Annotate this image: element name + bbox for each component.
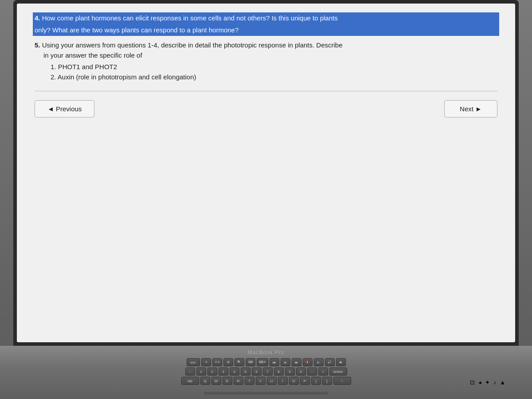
q5-text-intro: Using your answers from questions 1-4, d… bbox=[42, 41, 343, 49]
icon-battery[interactable]: ▲ bbox=[500, 379, 505, 386]
key-esc[interactable]: esc bbox=[187, 358, 200, 366]
next-button[interactable]: Next ► bbox=[444, 100, 497, 117]
key-f2[interactable]: ☀☀ bbox=[212, 358, 222, 366]
q5-number: 5. bbox=[35, 41, 40, 49]
key-delete[interactable]: delete bbox=[329, 368, 347, 376]
question-5-block: 5. Using your answers from questions 1-4… bbox=[35, 40, 497, 82]
key-f7[interactable]: ⏮ bbox=[270, 358, 279, 366]
key-f8[interactable]: ⏯ bbox=[281, 358, 290, 366]
key-f5[interactable]: ⌨ bbox=[246, 358, 255, 366]
key-power[interactable]: ⏏ bbox=[336, 358, 346, 366]
screen-bezel: 4. How come plant hormones can elicit re… bbox=[13, 0, 519, 346]
key-tab[interactable]: tab bbox=[181, 377, 199, 385]
keyboard-row-qwerty: tab Q W E R T Y U I O P [ ] \ bbox=[181, 377, 351, 385]
key-u[interactable]: U bbox=[267, 377, 277, 385]
key-4[interactable]: 4 bbox=[230, 368, 239, 376]
keyboard-row-numbers: ~ 1 2 3 4 5 6 7 8 9 0 - = delete bbox=[185, 368, 347, 376]
key-2[interactable]: 2 bbox=[207, 368, 217, 376]
key-y[interactable]: Y bbox=[256, 377, 266, 385]
key-f3[interactable]: ⊞ bbox=[223, 358, 233, 366]
key-equal[interactable]: = bbox=[318, 368, 328, 376]
key-f6[interactable]: ⌨☀ bbox=[257, 358, 268, 366]
key-t[interactable]: T bbox=[245, 377, 254, 385]
key-8[interactable]: 8 bbox=[274, 368, 284, 376]
question-5-intro-row: 5. Using your answers from questions 1-4… bbox=[35, 40, 497, 51]
key-o[interactable]: O bbox=[289, 377, 299, 385]
key-backslash[interactable]: \ bbox=[333, 377, 351, 385]
q5-subitem-2: 2. Auxin (role in phototropism and cell … bbox=[51, 72, 497, 82]
key-0[interactable]: 0 bbox=[296, 368, 306, 376]
key-r[interactable]: R bbox=[234, 377, 243, 385]
key-7[interactable]: 7 bbox=[263, 368, 273, 376]
macbook-pro-label: MacBook Pro bbox=[247, 349, 284, 356]
icon-settings[interactable]: ✦ bbox=[485, 379, 490, 386]
key-9[interactable]: 9 bbox=[285, 368, 295, 376]
keyboard-row-fn: esc ☀ ☀☀ ⊞ 🔍 ⌨ ⌨☀ ⏮ ⏯ ⏭ 🔇 🔉 🔊 ⏏ bbox=[187, 358, 346, 366]
key-f11[interactable]: 🔉 bbox=[314, 358, 324, 366]
key-tilde[interactable]: ~ bbox=[185, 368, 195, 376]
key-i[interactable]: I bbox=[278, 377, 288, 385]
key-f4[interactable]: 🔍 bbox=[235, 358, 244, 366]
key-minus[interactable]: - bbox=[307, 368, 317, 376]
key-1[interactable]: 1 bbox=[196, 368, 206, 376]
status-icons-bar: ⊡ ◂ ✦ ♪ ▲ bbox=[470, 379, 505, 386]
question-4-line1: 4. How come plant hormones can elicit re… bbox=[33, 12, 499, 24]
laptop-body: 4. How come plant hormones can elicit re… bbox=[0, 0, 532, 399]
icon-volume[interactable]: ♪ bbox=[493, 379, 497, 386]
screen-content: 4. How come plant hormones can elicit re… bbox=[17, 4, 515, 342]
key-6[interactable]: 6 bbox=[252, 368, 262, 376]
question-4-block: 4. How come plant hormones can elicit re… bbox=[35, 12, 497, 36]
previous-button[interactable]: ◄ Previous bbox=[35, 100, 94, 117]
key-f10[interactable]: 🔇 bbox=[303, 358, 313, 366]
key-5[interactable]: 5 bbox=[241, 368, 250, 376]
q5-subitem-1: 1. PHOT1 and PHOT2 bbox=[51, 62, 497, 72]
key-p[interactable]: P bbox=[300, 377, 310, 385]
nav-row: ◄ Previous Next ► bbox=[35, 100, 497, 117]
question-4-line2: only? What are the two ways plants can r… bbox=[33, 24, 499, 36]
touchpad[interactable] bbox=[204, 392, 328, 395]
q5-subitems: 1. PHOT1 and PHOT2 2. Auxin (role in pho… bbox=[35, 62, 497, 82]
section-divider bbox=[35, 91, 497, 91]
q4-text-line1: How come plant hormones can elicit respo… bbox=[42, 14, 338, 22]
key-w[interactable]: W bbox=[211, 377, 221, 385]
key-e[interactable]: E bbox=[223, 377, 232, 385]
key-lbracket[interactable]: [ bbox=[311, 377, 321, 385]
icon-screen[interactable]: ⊡ bbox=[470, 379, 475, 386]
key-f1[interactable]: ☀ bbox=[201, 358, 211, 366]
key-f9[interactable]: ⏭ bbox=[292, 358, 301, 366]
key-q[interactable]: Q bbox=[200, 377, 210, 385]
key-rbracket[interactable]: ] bbox=[322, 377, 332, 385]
keyboard-area: MacBook Pro esc ☀ ☀☀ ⊞ 🔍 ⌨ ⌨☀ ⏮ ⏯ ⏭ 🔇 🔉 … bbox=[0, 346, 532, 399]
web-page: 4. How come plant hormones can elicit re… bbox=[17, 4, 515, 342]
key-3[interactable]: 3 bbox=[219, 368, 228, 376]
q4-number: 4. bbox=[35, 14, 40, 22]
icon-back[interactable]: ◂ bbox=[478, 379, 481, 386]
key-f12[interactable]: 🔊 bbox=[325, 358, 335, 366]
q5-line2: in your answer the specific role of bbox=[35, 51, 497, 61]
